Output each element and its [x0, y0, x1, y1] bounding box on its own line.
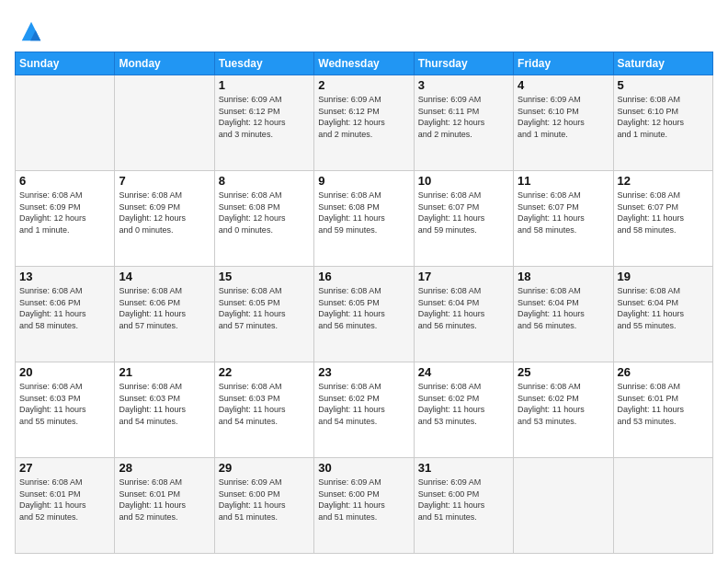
- day-number: 7: [119, 174, 210, 188]
- logo-icon: [18, 18, 44, 44]
- calendar-cell: [16, 75, 115, 171]
- day-number: 24: [418, 365, 509, 379]
- day-info: Sunrise: 6:09 AM Sunset: 6:00 PM Dayligh…: [318, 477, 409, 523]
- day-number: 21: [119, 365, 210, 379]
- day-number: 27: [19, 461, 110, 475]
- day-number: 6: [19, 174, 110, 188]
- day-info: Sunrise: 6:08 AM Sunset: 6:01 PM Dayligh…: [618, 381, 709, 427]
- logo: [15, 18, 44, 44]
- weekday-header-saturday: Saturday: [613, 52, 712, 75]
- calendar-cell: 20Sunrise: 6:08 AM Sunset: 6:03 PM Dayli…: [16, 362, 115, 458]
- calendar-cell: [613, 458, 712, 554]
- day-number: 17: [418, 270, 509, 283]
- day-number: 9: [318, 174, 409, 188]
- calendar-cell: 2Sunrise: 6:09 AM Sunset: 6:12 PM Daylig…: [314, 75, 414, 171]
- calendar-cell: 10Sunrise: 6:08 AM Sunset: 6:07 PM Dayli…: [414, 171, 513, 267]
- day-number: 10: [418, 174, 509, 188]
- calendar-cell: 16Sunrise: 6:08 AM Sunset: 6:05 PM Dayli…: [314, 267, 414, 362]
- week-row-0: 1Sunrise: 6:09 AM Sunset: 6:12 PM Daylig…: [16, 75, 713, 171]
- day-info: Sunrise: 6:08 AM Sunset: 6:10 PM Dayligh…: [618, 94, 709, 140]
- calendar-cell: 11Sunrise: 6:08 AM Sunset: 6:07 PM Dayli…: [514, 171, 613, 267]
- day-number: 18: [518, 270, 609, 283]
- calendar-cell: 9Sunrise: 6:08 AM Sunset: 6:08 PM Daylig…: [314, 171, 414, 267]
- calendar-cell: 12Sunrise: 6:08 AM Sunset: 6:07 PM Dayli…: [613, 171, 712, 267]
- calendar-cell: 8Sunrise: 6:08 AM Sunset: 6:08 PM Daylig…: [214, 171, 313, 267]
- calendar-cell: 18Sunrise: 6:08 AM Sunset: 6:04 PM Dayli…: [514, 267, 613, 362]
- weekday-header-friday: Friday: [514, 52, 613, 75]
- day-info: Sunrise: 6:08 AM Sunset: 6:07 PM Dayligh…: [618, 190, 709, 236]
- day-number: 4: [518, 78, 609, 92]
- day-info: Sunrise: 6:08 AM Sunset: 6:03 PM Dayligh…: [219, 381, 310, 427]
- day-number: 30: [318, 461, 409, 475]
- calendar-cell: 4Sunrise: 6:09 AM Sunset: 6:10 PM Daylig…: [514, 75, 613, 171]
- day-number: 28: [119, 461, 210, 475]
- calendar-cell: 30Sunrise: 6:09 AM Sunset: 6:00 PM Dayli…: [314, 458, 414, 554]
- day-info: Sunrise: 6:08 AM Sunset: 6:01 PM Dayligh…: [19, 477, 110, 523]
- day-info: Sunrise: 6:08 AM Sunset: 6:05 PM Dayligh…: [219, 285, 310, 331]
- week-row-1: 6Sunrise: 6:08 AM Sunset: 6:09 PM Daylig…: [16, 171, 713, 267]
- page: SundayMondayTuesdayWednesdayThursdayFrid…: [0, 0, 728, 563]
- day-number: 1: [219, 78, 310, 92]
- calendar-table: SundayMondayTuesdayWednesdayThursdayFrid…: [15, 52, 713, 554]
- day-number: 5: [618, 78, 709, 92]
- day-info: Sunrise: 6:09 AM Sunset: 6:12 PM Dayligh…: [219, 94, 310, 140]
- day-info: Sunrise: 6:08 AM Sunset: 6:06 PM Dayligh…: [19, 285, 110, 331]
- weekday-header-tuesday: Tuesday: [214, 52, 313, 75]
- week-row-3: 20Sunrise: 6:08 AM Sunset: 6:03 PM Dayli…: [16, 362, 713, 458]
- day-info: Sunrise: 6:08 AM Sunset: 6:04 PM Dayligh…: [518, 285, 609, 331]
- day-info: Sunrise: 6:08 AM Sunset: 6:06 PM Dayligh…: [119, 285, 210, 331]
- day-info: Sunrise: 6:09 AM Sunset: 6:00 PM Dayligh…: [418, 477, 509, 523]
- day-number: 20: [19, 365, 110, 379]
- day-number: 2: [318, 78, 409, 92]
- weekday-header-wednesday: Wednesday: [314, 52, 414, 75]
- day-info: Sunrise: 6:08 AM Sunset: 6:02 PM Dayligh…: [518, 381, 609, 427]
- day-info: Sunrise: 6:08 AM Sunset: 6:02 PM Dayligh…: [418, 381, 509, 427]
- day-number: 12: [618, 174, 709, 188]
- day-info: Sunrise: 6:08 AM Sunset: 6:04 PM Dayligh…: [418, 285, 509, 331]
- day-info: Sunrise: 6:09 AM Sunset: 6:11 PM Dayligh…: [418, 94, 509, 140]
- header: [15, 15, 713, 44]
- week-row-2: 13Sunrise: 6:08 AM Sunset: 6:06 PM Dayli…: [16, 267, 713, 362]
- day-number: 22: [219, 365, 310, 379]
- day-number: 29: [219, 461, 310, 475]
- weekday-header-thursday: Thursday: [414, 52, 513, 75]
- calendar-cell: 1Sunrise: 6:09 AM Sunset: 6:12 PM Daylig…: [214, 75, 313, 171]
- calendar-cell: 7Sunrise: 6:08 AM Sunset: 6:09 PM Daylig…: [115, 171, 214, 267]
- calendar-cell: 26Sunrise: 6:08 AM Sunset: 6:01 PM Dayli…: [613, 362, 712, 458]
- calendar-cell: 28Sunrise: 6:08 AM Sunset: 6:01 PM Dayli…: [115, 458, 214, 554]
- calendar-cell: 5Sunrise: 6:08 AM Sunset: 6:10 PM Daylig…: [613, 75, 712, 171]
- day-number: 11: [518, 174, 609, 188]
- day-number: 15: [219, 270, 310, 283]
- day-info: Sunrise: 6:08 AM Sunset: 6:05 PM Dayligh…: [318, 285, 409, 331]
- calendar-cell: 6Sunrise: 6:08 AM Sunset: 6:09 PM Daylig…: [16, 171, 115, 267]
- day-info: Sunrise: 6:08 AM Sunset: 6:03 PM Dayligh…: [119, 381, 210, 427]
- day-info: Sunrise: 6:08 AM Sunset: 6:08 PM Dayligh…: [318, 190, 409, 236]
- calendar-cell: 14Sunrise: 6:08 AM Sunset: 6:06 PM Dayli…: [115, 267, 214, 362]
- calendar-cell: 15Sunrise: 6:08 AM Sunset: 6:05 PM Dayli…: [214, 267, 313, 362]
- calendar-cell: 25Sunrise: 6:08 AM Sunset: 6:02 PM Dayli…: [514, 362, 613, 458]
- calendar-cell: 19Sunrise: 6:08 AM Sunset: 6:04 PM Dayli…: [613, 267, 712, 362]
- weekday-header-monday: Monday: [115, 52, 214, 75]
- day-number: 26: [618, 365, 709, 379]
- day-info: Sunrise: 6:09 AM Sunset: 6:12 PM Dayligh…: [318, 94, 409, 140]
- day-info: Sunrise: 6:08 AM Sunset: 6:08 PM Dayligh…: [219, 190, 310, 236]
- day-info: Sunrise: 6:09 AM Sunset: 6:10 PM Dayligh…: [518, 94, 609, 140]
- day-info: Sunrise: 6:08 AM Sunset: 6:07 PM Dayligh…: [418, 190, 509, 236]
- calendar-cell: 17Sunrise: 6:08 AM Sunset: 6:04 PM Dayli…: [414, 267, 513, 362]
- day-info: Sunrise: 6:08 AM Sunset: 6:04 PM Dayligh…: [618, 285, 709, 331]
- day-number: 8: [219, 174, 310, 188]
- day-number: 3: [418, 78, 509, 92]
- calendar-cell: [115, 75, 214, 171]
- day-number: 16: [318, 270, 409, 283]
- day-info: Sunrise: 6:08 AM Sunset: 6:02 PM Dayligh…: [318, 381, 409, 427]
- calendar-cell: 27Sunrise: 6:08 AM Sunset: 6:01 PM Dayli…: [16, 458, 115, 554]
- day-number: 13: [19, 270, 110, 283]
- day-number: 31: [418, 461, 509, 475]
- weekday-header-sunday: Sunday: [16, 52, 115, 75]
- day-number: 25: [518, 365, 609, 379]
- day-number: 23: [318, 365, 409, 379]
- calendar-cell: 13Sunrise: 6:08 AM Sunset: 6:06 PM Dayli…: [16, 267, 115, 362]
- day-info: Sunrise: 6:08 AM Sunset: 6:03 PM Dayligh…: [19, 381, 110, 427]
- weekday-header-row: SundayMondayTuesdayWednesdayThursdayFrid…: [16, 52, 713, 75]
- day-info: Sunrise: 6:08 AM Sunset: 6:09 PM Dayligh…: [19, 190, 110, 236]
